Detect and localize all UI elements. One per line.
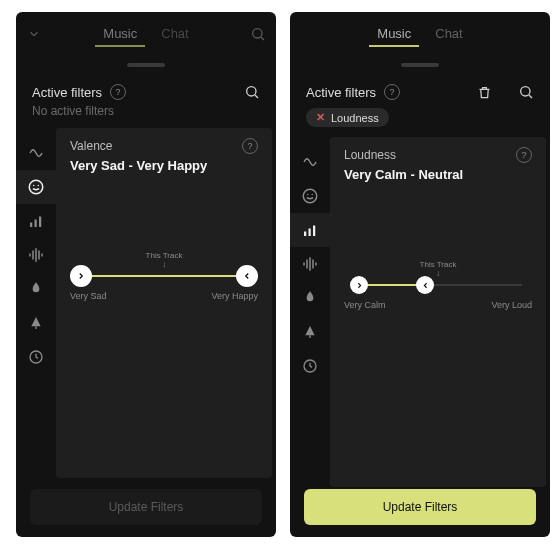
range-slider[interactable]: This Track↓ Very Calm Very Loud — [344, 266, 532, 326]
svg-rect-30 — [309, 335, 310, 338]
slider-handle-min[interactable] — [70, 265, 92, 287]
slider-min-label: Very Sad — [70, 291, 107, 301]
attribute-range-text: Very Calm - Neutral — [344, 167, 532, 182]
range-slider[interactable]: This Track↓ Very Sad Very Happy — [70, 257, 258, 317]
sidebar-item-instrument[interactable] — [16, 306, 56, 340]
filter-chip-label: Loudness — [331, 112, 379, 124]
sheet-handle[interactable] — [290, 56, 550, 74]
svg-rect-15 — [35, 326, 36, 329]
sidebar-item-waveform[interactable] — [290, 247, 330, 281]
attribute-help-icon[interactable]: ? — [242, 138, 258, 154]
filters-title: Active filters — [32, 85, 102, 100]
sidebar-item-loudness[interactable] — [290, 213, 330, 247]
chevron-down-icon[interactable] — [26, 26, 42, 42]
slider-fill — [80, 275, 248, 277]
attribute-sidebar — [290, 137, 330, 487]
remove-chip-icon[interactable]: ✕ — [316, 111, 325, 124]
attribute-panel: Valence ? Very Sad - Very Happy This Tra… — [56, 128, 272, 478]
update-filters-button[interactable]: Update Filters — [304, 489, 536, 525]
this-track-marker: This Track↓ — [146, 251, 183, 269]
slider-max-label: Very Loud — [491, 300, 532, 310]
svg-line-1 — [261, 37, 264, 40]
svg-rect-23 — [309, 229, 311, 237]
svg-point-17 — [521, 87, 530, 96]
search-icon[interactable] — [250, 26, 266, 42]
svg-line-3 — [255, 95, 258, 98]
sidebar-item-tempo[interactable] — [16, 136, 56, 170]
svg-point-0 — [253, 29, 262, 38]
svg-rect-9 — [39, 217, 41, 228]
filters-header: Active filters ? — [290, 74, 550, 104]
top-bar: Music Chat — [290, 12, 550, 56]
screen-valence: Music Chat Active filters ? No active fi… — [16, 12, 276, 537]
top-tabs: Music Chat — [369, 22, 470, 47]
slider-min-label: Very Calm — [344, 300, 386, 310]
filters-header: Active filters ? — [16, 74, 276, 104]
attribute-sidebar — [16, 128, 56, 478]
no-active-filters-text: No active filters — [16, 104, 276, 128]
sidebar-item-tempo[interactable] — [290, 145, 330, 179]
sidebar-item-valence[interactable] — [16, 170, 56, 204]
slider-handle-max[interactable] — [416, 276, 434, 294]
sidebar-item-energy[interactable] — [16, 272, 56, 306]
filters-title: Active filters — [306, 85, 376, 100]
screen-loudness: Music Chat Active filters ? ✕ Loudn — [290, 12, 550, 537]
tab-chat[interactable]: Chat — [153, 22, 196, 47]
slider-handle-min[interactable] — [350, 276, 368, 294]
svg-rect-24 — [313, 226, 315, 237]
trash-icon[interactable] — [476, 84, 492, 100]
sidebar-item-time[interactable] — [290, 349, 330, 383]
footer: Update Filters — [290, 479, 550, 537]
svg-point-19 — [303, 189, 317, 203]
svg-line-18 — [529, 95, 532, 98]
active-filter-chips: ✕ Loudness — [290, 104, 550, 137]
attribute-help-icon[interactable]: ? — [516, 147, 532, 163]
sidebar-item-time[interactable] — [16, 340, 56, 374]
search-filters-icon[interactable] — [518, 84, 534, 100]
sidebar-item-instrument[interactable] — [290, 315, 330, 349]
sidebar-item-waveform[interactable] — [16, 238, 56, 272]
svg-rect-8 — [35, 220, 37, 228]
attribute-range-text: Very Sad - Very Happy — [70, 158, 258, 173]
sidebar-item-valence[interactable] — [290, 179, 330, 213]
attribute-panel: Loudness ? Very Calm - Neutral This Trac… — [330, 137, 546, 487]
attribute-name: Valence — [70, 139, 112, 153]
update-filters-button[interactable]: Update Filters — [30, 489, 262, 525]
search-filters-icon[interactable] — [244, 84, 260, 100]
svg-point-5 — [33, 185, 35, 187]
footer: Update Filters — [16, 479, 276, 537]
slider-handle-max[interactable] — [236, 265, 258, 287]
svg-point-6 — [38, 185, 40, 187]
filter-chip-loudness[interactable]: ✕ Loudness — [306, 108, 389, 127]
tab-chat[interactable]: Chat — [427, 22, 470, 47]
tab-music[interactable]: Music — [95, 22, 145, 47]
sidebar-item-energy[interactable] — [290, 281, 330, 315]
svg-point-21 — [312, 194, 314, 196]
svg-rect-22 — [304, 232, 306, 237]
slider-max-label: Very Happy — [211, 291, 258, 301]
svg-point-20 — [307, 194, 309, 196]
svg-point-4 — [29, 180, 43, 194]
top-bar: Music Chat — [16, 12, 276, 56]
svg-rect-7 — [30, 223, 32, 228]
sidebar-item-loudness[interactable] — [16, 204, 56, 238]
svg-point-2 — [247, 87, 256, 96]
tab-music[interactable]: Music — [369, 22, 419, 47]
help-icon[interactable]: ? — [110, 84, 126, 100]
attribute-name: Loudness — [344, 148, 396, 162]
help-icon[interactable]: ? — [384, 84, 400, 100]
sheet-handle[interactable] — [16, 56, 276, 74]
top-tabs: Music Chat — [95, 22, 196, 47]
